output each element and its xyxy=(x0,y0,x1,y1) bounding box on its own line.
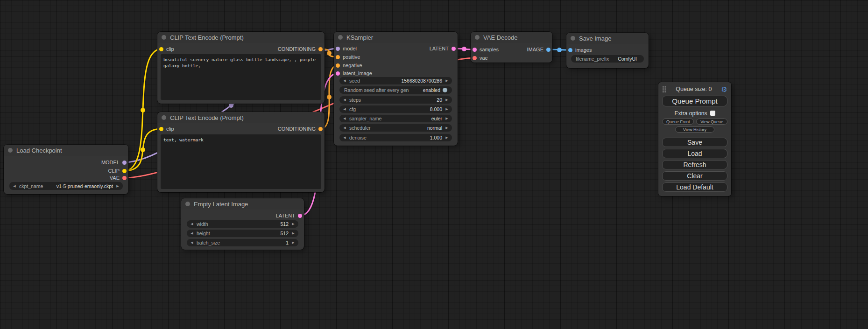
model-slot-dot-icon[interactable] xyxy=(122,161,127,165)
toggle-dot-icon[interactable] xyxy=(443,88,447,92)
widget-cfg[interactable]: ◀ cfg 8.000 ▶ xyxy=(339,105,452,113)
decrement-arrow-icon[interactable]: ◀ xyxy=(342,136,347,140)
widget-ckpt-name[interactable]: ◀ ckpt_name v1-5-pruned-emaonly.ckpt ▶ xyxy=(9,182,123,190)
clip-slot-dot-icon[interactable] xyxy=(122,169,127,173)
node-status-dot-icon[interactable] xyxy=(185,202,190,206)
increment-arrow-icon[interactable]: ▶ xyxy=(291,231,296,235)
drag-handle-icon[interactable] xyxy=(662,86,666,93)
node-vae-decode[interactable]: VAE Decode samples vae IMAGE xyxy=(471,32,552,63)
node-status-dot-icon[interactable] xyxy=(162,35,166,40)
node-save-image[interactable]: Save Image images filename_prefix ComfyU… xyxy=(566,33,649,68)
node-titlebar[interactable]: Save Image xyxy=(566,33,649,44)
decrement-arrow-icon[interactable]: ◀ xyxy=(190,231,194,235)
clear-button[interactable]: Clear xyxy=(662,171,727,181)
node-titlebar[interactable]: Load Checkpoint xyxy=(4,145,128,156)
conditioning-slot-dot-icon[interactable] xyxy=(336,55,340,59)
conditioning-slot-dot-icon[interactable] xyxy=(318,127,323,131)
wire-midpoint-dot xyxy=(141,147,145,152)
widget-filename-prefix[interactable]: filename_prefix ComfyUI xyxy=(571,55,644,63)
latent-slot-dot-icon[interactable] xyxy=(452,47,456,51)
latent-slot-dot-icon[interactable] xyxy=(298,214,302,218)
node-titlebar[interactable]: CLIP Text Encode (Prompt) xyxy=(157,112,325,123)
widget-value: 156680208700286 xyxy=(401,78,442,84)
image-slot-dot-icon[interactable] xyxy=(568,48,572,52)
widget-height[interactable]: ◀ height 512 ▶ xyxy=(187,230,298,237)
save-button[interactable]: Save xyxy=(662,138,727,147)
slot-label: IMAGE xyxy=(527,46,543,53)
latent-slot-dot-icon[interactable] xyxy=(336,71,340,76)
widget-scheduler[interactable]: ◀ scheduler normal ▶ xyxy=(339,124,452,132)
increment-arrow-icon[interactable]: ▶ xyxy=(445,117,449,120)
decrement-arrow-icon[interactable]: ◀ xyxy=(342,107,347,111)
widget-label: sampler_name xyxy=(349,116,431,121)
decrement-arrow-icon[interactable]: ◀ xyxy=(12,184,17,188)
widget-batch-size[interactable]: ◀ batch_size 1 ▶ xyxy=(187,239,298,246)
node-titlebar[interactable]: VAE Decode xyxy=(471,32,552,43)
node-clip-text-encode-negative[interactable]: CLIP Text Encode (Prompt) clip CONDITION… xyxy=(157,112,325,192)
image-slot-dot-icon[interactable] xyxy=(546,48,550,52)
node-status-dot-icon[interactable] xyxy=(338,35,343,40)
increment-arrow-icon[interactable]: ▶ xyxy=(445,136,449,140)
decrement-arrow-icon[interactable]: ◀ xyxy=(342,117,347,120)
node-title: Empty Latent Image xyxy=(194,201,248,208)
view-history-button[interactable]: View History xyxy=(675,126,714,133)
slot-label: vae xyxy=(480,55,488,61)
node-titlebar[interactable]: CLIP Text Encode (Prompt) xyxy=(157,32,325,43)
conditioning-slot-dot-icon[interactable] xyxy=(318,47,323,51)
queue-size-label: Queue size: 0 xyxy=(666,86,721,92)
node-titlebar[interactable]: KSampler xyxy=(334,32,458,43)
widget-value: 8.000 xyxy=(430,106,442,112)
view-queue-button[interactable]: View Queue xyxy=(696,119,727,125)
queue-prompt-button[interactable]: Queue Prompt xyxy=(662,96,727,106)
load-button[interactable]: Load xyxy=(662,149,727,158)
increment-arrow-icon[interactable]: ▶ xyxy=(445,79,449,83)
vae-slot-dot-icon[interactable] xyxy=(122,176,127,180)
widget-random-seed-toggle[interactable]: Random seed after every gen enabled xyxy=(339,86,452,94)
increment-arrow-icon[interactable]: ▶ xyxy=(115,184,120,188)
wire-midpoint-dot xyxy=(141,108,145,112)
node-status-dot-icon[interactable] xyxy=(475,35,480,40)
slot-label: CONDITIONING xyxy=(278,126,316,132)
widget-denoise[interactable]: ◀ denoise 1.000 ▶ xyxy=(339,134,452,141)
widget-steps[interactable]: ◀ steps 20 ▶ xyxy=(339,96,452,104)
widget-seed[interactable]: ◀ seed 156680208700286 ▶ xyxy=(339,77,452,84)
conditioning-slot-dot-icon[interactable] xyxy=(336,63,340,68)
increment-arrow-icon[interactable]: ▶ xyxy=(445,107,449,111)
node-graph-canvas[interactable]: Load Checkpoint MODEL CLIP VAE ◀ ckpt_na… xyxy=(0,0,868,329)
node-status-dot-icon[interactable] xyxy=(8,148,13,153)
extra-options-checkbox[interactable] xyxy=(710,111,715,116)
slot-label: CLIP xyxy=(108,168,120,174)
decrement-arrow-icon[interactable]: ◀ xyxy=(342,79,347,83)
decrement-arrow-icon[interactable]: ◀ xyxy=(342,126,347,130)
widget-label: batch_size xyxy=(197,240,286,245)
settings-gear-icon[interactable]: ⚙ xyxy=(721,86,727,93)
node-clip-text-encode-positive[interactable]: CLIP Text Encode (Prompt) clip CONDITION… xyxy=(157,32,325,104)
negative-prompt-textarea[interactable]: text, watermark xyxy=(161,134,321,189)
output-slot-conditioning: CONDITIONING xyxy=(157,126,325,132)
extra-options-row: Extra options xyxy=(662,110,727,116)
decrement-arrow-icon[interactable]: ◀ xyxy=(190,241,194,245)
increment-arrow-icon[interactable]: ▶ xyxy=(445,98,449,102)
node-status-dot-icon[interactable] xyxy=(571,36,575,41)
queue-front-button[interactable]: Queue Front xyxy=(662,119,694,125)
increment-arrow-icon[interactable]: ▶ xyxy=(445,126,449,130)
decrement-arrow-icon[interactable]: ◀ xyxy=(190,222,194,226)
node-titlebar[interactable]: Empty Latent Image xyxy=(181,198,304,210)
load-default-button[interactable]: Load Default xyxy=(662,182,727,192)
increment-arrow-icon[interactable]: ▶ xyxy=(291,241,296,245)
positive-prompt-textarea[interactable]: beautiful scenery nature glass bottle la… xyxy=(161,54,321,100)
output-slot-model: MODEL xyxy=(4,159,128,166)
node-load-checkpoint[interactable]: Load Checkpoint MODEL CLIP VAE ◀ ckpt_na… xyxy=(4,145,128,194)
node-status-dot-icon[interactable] xyxy=(162,115,166,120)
slot-label: CONDITIONING xyxy=(278,46,316,52)
node-ksampler[interactable]: KSampler model positive negative latent_… xyxy=(334,32,458,146)
node-empty-latent-image[interactable]: Empty Latent Image LATENT ◀ width 512 ▶ … xyxy=(181,198,304,250)
widget-width[interactable]: ◀ width 512 ▶ xyxy=(187,220,298,228)
vae-slot-dot-icon[interactable] xyxy=(473,56,477,60)
decrement-arrow-icon[interactable]: ◀ xyxy=(342,98,347,102)
increment-arrow-icon[interactable]: ▶ xyxy=(291,222,296,226)
widget-label: steps xyxy=(349,97,437,103)
widget-sampler-name[interactable]: ◀ sampler_name euler ▶ xyxy=(339,115,452,122)
output-slot-latent: LATENT xyxy=(334,45,458,52)
refresh-button[interactable]: Refresh xyxy=(662,160,727,169)
